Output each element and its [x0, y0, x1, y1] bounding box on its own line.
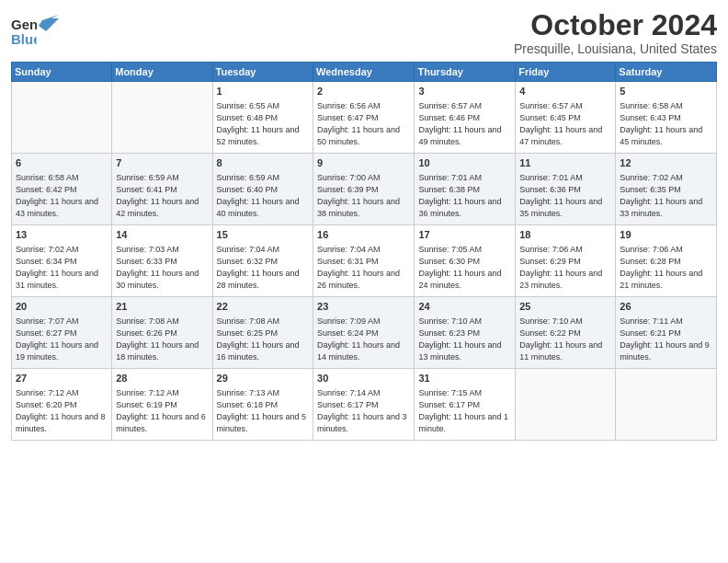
table-row: 27Sunrise: 7:12 AM Sunset: 6:20 PM Dayli… — [12, 369, 112, 441]
day-info: Sunrise: 7:02 AM Sunset: 6:35 PM Dayligh… — [620, 172, 712, 220]
day-number: 8 — [217, 156, 309, 170]
day-info: Sunrise: 7:14 AM Sunset: 6:17 PM Dayligh… — [317, 387, 410, 435]
table-row: 6Sunrise: 6:58 AM Sunset: 6:42 PM Daylig… — [12, 154, 112, 225]
day-info: Sunrise: 6:58 AM Sunset: 6:42 PM Dayligh… — [16, 172, 108, 220]
table-row: 20Sunrise: 7:07 AM Sunset: 6:27 PM Dayli… — [12, 297, 112, 369]
table-row: 21Sunrise: 7:08 AM Sunset: 6:26 PM Dayli… — [112, 297, 212, 369]
location: Presquille, Louisiana, United States — [514, 41, 717, 56]
day-info: Sunrise: 6:59 AM Sunset: 6:41 PM Dayligh… — [116, 172, 208, 220]
title-block: October 2024 Presquille, Louisiana, Unit… — [514, 9, 717, 56]
day-info: Sunrise: 6:55 AM Sunset: 6:48 PM Dayligh… — [217, 100, 309, 148]
day-number: 16 — [317, 228, 410, 242]
day-number: 7 — [116, 156, 208, 170]
day-number: 11 — [519, 156, 611, 170]
table-row — [112, 82, 212, 154]
day-info: Sunrise: 6:59 AM Sunset: 6:40 PM Dayligh… — [217, 172, 309, 220]
day-info: Sunrise: 6:57 AM Sunset: 6:45 PM Dayligh… — [519, 100, 611, 148]
calendar-week-row: 1Sunrise: 6:55 AM Sunset: 6:48 PM Daylig… — [12, 82, 717, 154]
table-row: 23Sunrise: 7:09 AM Sunset: 6:24 PM Dayli… — [313, 297, 415, 369]
day-info: Sunrise: 7:10 AM Sunset: 6:22 PM Dayligh… — [519, 316, 611, 363]
day-info: Sunrise: 7:01 AM Sunset: 6:38 PM Dayligh… — [418, 172, 511, 220]
day-number: 9 — [317, 156, 410, 170]
day-number: 20 — [16, 300, 108, 314]
day-info: Sunrise: 7:12 AM Sunset: 6:20 PM Dayligh… — [16, 387, 108, 435]
table-row: 7Sunrise: 6:59 AM Sunset: 6:41 PM Daylig… — [112, 154, 212, 225]
day-number: 30 — [317, 372, 410, 385]
day-number: 2 — [317, 85, 410, 98]
table-row: 30Sunrise: 7:14 AM Sunset: 6:17 PM Dayli… — [313, 369, 415, 441]
table-row: 4Sunrise: 6:57 AM Sunset: 6:45 PM Daylig… — [516, 82, 616, 154]
day-info: Sunrise: 7:07 AM Sunset: 6:27 PM Dayligh… — [16, 316, 108, 363]
day-info: Sunrise: 7:00 AM Sunset: 6:39 PM Dayligh… — [317, 172, 410, 220]
table-row: 1Sunrise: 6:55 AM Sunset: 6:48 PM Daylig… — [212, 82, 313, 154]
table-row — [12, 82, 112, 154]
table-row: 18Sunrise: 7:06 AM Sunset: 6:29 PM Dayli… — [516, 225, 616, 297]
calendar-week-row: 20Sunrise: 7:07 AM Sunset: 6:27 PM Dayli… — [12, 297, 717, 369]
table-row: 16Sunrise: 7:04 AM Sunset: 6:31 PM Dayli… — [313, 225, 415, 297]
day-number: 27 — [16, 372, 108, 385]
calendar-week-row: 27Sunrise: 7:12 AM Sunset: 6:20 PM Dayli… — [12, 369, 717, 441]
col-tuesday: Tuesday — [212, 63, 313, 82]
day-number: 1 — [217, 85, 309, 98]
day-info: Sunrise: 6:57 AM Sunset: 6:46 PM Dayligh… — [418, 100, 511, 148]
table-row: 2Sunrise: 6:56 AM Sunset: 6:47 PM Daylig… — [313, 82, 415, 154]
table-row: 10Sunrise: 7:01 AM Sunset: 6:38 PM Dayli… — [415, 154, 516, 225]
day-number: 24 — [418, 300, 511, 314]
col-wednesday: Wednesday — [313, 63, 415, 82]
table-row — [516, 369, 616, 441]
day-number: 17 — [418, 228, 511, 242]
day-number: 25 — [519, 300, 611, 314]
svg-text:Blue: Blue — [11, 31, 37, 47]
day-info: Sunrise: 7:11 AM Sunset: 6:21 PM Dayligh… — [620, 316, 712, 363]
table-row: 3Sunrise: 6:57 AM Sunset: 6:46 PM Daylig… — [415, 82, 516, 154]
day-info: Sunrise: 7:06 AM Sunset: 6:29 PM Dayligh… — [519, 244, 611, 292]
page: General Blue October 2024 Presquille, Lo… — [0, 0, 728, 563]
col-thursday: Thursday — [415, 63, 516, 82]
day-number: 3 — [418, 85, 511, 98]
month-title: October 2024 — [514, 9, 717, 41]
calendar-header-row: Sunday Monday Tuesday Wednesday Thursday… — [12, 63, 717, 82]
day-number: 19 — [620, 228, 712, 242]
logo: General Blue — [11, 9, 59, 52]
table-row: 22Sunrise: 7:08 AM Sunset: 6:25 PM Dayli… — [212, 297, 313, 369]
day-number: 26 — [620, 300, 712, 314]
col-sunday: Sunday — [12, 63, 112, 82]
table-row: 13Sunrise: 7:02 AM Sunset: 6:34 PM Dayli… — [12, 225, 112, 297]
table-row: 24Sunrise: 7:10 AM Sunset: 6:23 PM Dayli… — [415, 297, 516, 369]
day-number: 21 — [116, 300, 208, 314]
header: General Blue October 2024 Presquille, Lo… — [11, 9, 717, 56]
day-info: Sunrise: 7:04 AM Sunset: 6:32 PM Dayligh… — [217, 244, 309, 292]
day-info: Sunrise: 6:58 AM Sunset: 6:43 PM Dayligh… — [620, 100, 712, 148]
day-number: 14 — [116, 228, 208, 242]
table-row: 19Sunrise: 7:06 AM Sunset: 6:28 PM Dayli… — [616, 225, 717, 297]
table-row: 8Sunrise: 6:59 AM Sunset: 6:40 PM Daylig… — [212, 154, 313, 225]
day-info: Sunrise: 7:08 AM Sunset: 6:25 PM Dayligh… — [217, 316, 309, 363]
day-info: Sunrise: 7:15 AM Sunset: 6:17 PM Dayligh… — [418, 387, 511, 435]
day-info: Sunrise: 7:13 AM Sunset: 6:18 PM Dayligh… — [217, 387, 309, 435]
day-info: Sunrise: 7:05 AM Sunset: 6:30 PM Dayligh… — [418, 244, 511, 292]
day-number: 5 — [620, 85, 712, 98]
svg-text:General: General — [11, 17, 37, 32]
table-row: 26Sunrise: 7:11 AM Sunset: 6:21 PM Dayli… — [616, 297, 717, 369]
table-row: 9Sunrise: 7:00 AM Sunset: 6:39 PM Daylig… — [313, 154, 415, 225]
table-row: 25Sunrise: 7:10 AM Sunset: 6:22 PM Dayli… — [516, 297, 616, 369]
day-info: Sunrise: 7:04 AM Sunset: 6:31 PM Dayligh… — [317, 244, 410, 292]
day-number: 6 — [16, 156, 108, 170]
day-info: Sunrise: 7:03 AM Sunset: 6:33 PM Dayligh… — [116, 244, 208, 292]
day-number: 23 — [317, 300, 410, 314]
day-number: 15 — [217, 228, 309, 242]
table-row: 11Sunrise: 7:01 AM Sunset: 6:36 PM Dayli… — [516, 154, 616, 225]
day-info: Sunrise: 7:12 AM Sunset: 6:19 PM Dayligh… — [116, 387, 208, 435]
day-info: Sunrise: 7:02 AM Sunset: 6:34 PM Dayligh… — [16, 244, 108, 292]
day-number: 10 — [418, 156, 511, 170]
calendar-week-row: 6Sunrise: 6:58 AM Sunset: 6:42 PM Daylig… — [12, 154, 717, 225]
day-number: 18 — [519, 228, 611, 242]
table-row: 31Sunrise: 7:15 AM Sunset: 6:17 PM Dayli… — [415, 369, 516, 441]
table-row: 12Sunrise: 7:02 AM Sunset: 6:35 PM Dayli… — [616, 154, 717, 225]
calendar: Sunday Monday Tuesday Wednesday Thursday… — [11, 62, 717, 441]
day-info: Sunrise: 7:09 AM Sunset: 6:24 PM Dayligh… — [317, 316, 410, 363]
day-number: 13 — [16, 228, 108, 242]
day-info: Sunrise: 7:10 AM Sunset: 6:23 PM Dayligh… — [418, 316, 511, 363]
day-info: Sunrise: 6:56 AM Sunset: 6:47 PM Dayligh… — [317, 100, 410, 148]
table-row: 29Sunrise: 7:13 AM Sunset: 6:18 PM Dayli… — [212, 369, 313, 441]
